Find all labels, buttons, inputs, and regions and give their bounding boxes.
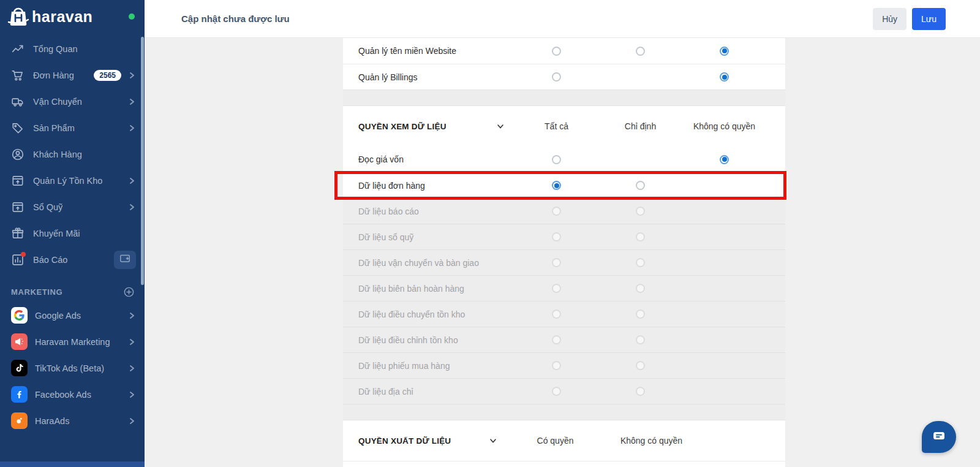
permission-cell-col0 <box>514 361 598 370</box>
sidebar-item-label: Đơn Hàng <box>33 70 94 80</box>
order-count-badge: 2565 <box>94 70 121 81</box>
radio-quan-ly-billings-col0[interactable] <box>552 72 561 82</box>
radio-du-lieu-dieu-chuyen-col1 <box>636 309 645 319</box>
permission-cell-col0 <box>514 284 598 293</box>
report-icon <box>11 253 24 267</box>
sidebar-item-quan-ly-ton-kho[interactable]: Quản Lý Tồn Kho <box>0 167 145 194</box>
sidebar-item-so-quy[interactable]: Sổ Quỹ <box>0 194 145 220</box>
tiktok-ads-icon <box>11 360 28 376</box>
chevron-right-icon <box>127 97 136 106</box>
customer-icon <box>11 148 24 161</box>
permission-cell-col0 <box>514 155 598 164</box>
radio-doc-gia-von-col0[interactable] <box>552 155 561 164</box>
google-ads-icon <box>11 307 28 324</box>
save-button[interactable]: Lưu <box>912 8 946 30</box>
cart-icon <box>11 69 24 82</box>
column-header-all: Tất cả <box>545 121 568 131</box>
column-header-specific: Chỉ định <box>625 121 656 131</box>
sidebar-item-khuyen-mai[interactable]: Khuyến Mãi <box>0 220 145 246</box>
sidebar-item-label: Tổng Quan <box>33 44 136 54</box>
permission-cell-col1 <box>598 232 682 241</box>
permission-cell-col1 <box>598 387 682 396</box>
permission-cell-col0 <box>514 232 598 241</box>
export-section-body-cut <box>343 461 785 467</box>
plus-circle-icon[interactable] <box>123 286 135 298</box>
radio-quan-ly-ten-mien-website-col2[interactable] <box>720 47 729 56</box>
radio-du-lieu-don-hang-col0[interactable] <box>552 181 561 190</box>
sidebar-item-label: Quản Lý Tồn Kho <box>33 176 127 186</box>
permission-row-du-lieu-bao-cao: Dữ liệu báo cáo <box>343 198 785 224</box>
sidebar-item-don-hang[interactable]: Đơn Hàng2565 <box>0 62 145 88</box>
sidebar-item-label: Khách Hàng <box>33 150 136 159</box>
brand-name: haravan <box>32 8 92 26</box>
column-header-no-permission: Không có quyền <box>620 436 682 446</box>
sidebar-item-khach-hang[interactable]: Khách Hàng <box>0 141 145 167</box>
permission-row-label: Dữ liệu báo cáo <box>343 207 514 216</box>
chevron-right-icon <box>127 203 136 211</box>
notification-dot <box>21 252 26 257</box>
inventory-icon <box>11 174 24 188</box>
chevron-right-icon <box>127 338 136 346</box>
radio-quan-ly-billings-col2[interactable] <box>720 72 729 82</box>
radio-quan-ly-ten-mien-website-col0[interactable] <box>552 47 561 56</box>
sidebar-item-tiktok-ads[interactable]: TikTok Ads (Beta) <box>0 355 145 381</box>
export-permission-header: QUYỀN XUẤT DỮ LIỆU Có quyền Không có quy… <box>343 420 785 461</box>
truck-icon <box>11 95 24 108</box>
chevron-right-icon <box>127 364 136 373</box>
radio-du-lieu-don-hang-col1[interactable] <box>636 181 645 190</box>
sidebar-item-facebook-ads[interactable]: Facebook Ads <box>0 381 145 408</box>
permissions-card: Quản lý tên miền WebsiteQuản lý Billings… <box>343 38 785 467</box>
permission-cell-col0 <box>514 72 598 82</box>
sidebar-item-tong-quan[interactable]: Tổng Quan <box>0 36 145 62</box>
permission-cell-col1 <box>598 335 682 344</box>
radio-du-lieu-van-chuyen-col1 <box>636 258 645 267</box>
sidebar-item-van-chuyen[interactable]: Vận Chuyển <box>0 88 145 115</box>
brand[interactable]: haravan <box>0 0 145 33</box>
online-status-dot <box>129 13 135 20</box>
cashbook-icon <box>11 200 24 214</box>
permission-row-du-lieu-so-quy: Dữ liệu sổ quỹ <box>343 224 785 249</box>
trend-icon <box>11 42 24 56</box>
permission-cell-col1 <box>598 258 682 267</box>
sidebar-menu: Tổng QuanĐơn Hàng2565Vận ChuyểnSản PhẩmK… <box>0 33 145 273</box>
chevron-down-icon[interactable] <box>489 436 497 445</box>
haravan-marketing-icon <box>11 333 28 350</box>
radio-du-lieu-bien-ban-col0 <box>552 284 561 293</box>
chevron-down-icon[interactable] <box>496 122 505 131</box>
permission-cell-col0 <box>514 387 598 396</box>
sidebar-item-label: TikTok Ads (Beta) <box>35 363 127 373</box>
sidebar-item-google-ads[interactable]: Google Ads <box>0 302 145 328</box>
permission-row-label: Quản lý Billings <box>343 72 514 82</box>
permission-cell-col1 <box>598 309 682 319</box>
topbar-actions: Hủy Lưu <box>873 8 946 30</box>
unsaved-changes-label: Cập nhật chưa được lưu <box>181 13 290 24</box>
permission-cell-col2 <box>682 47 766 56</box>
permission-row-label: Dữ liệu địa chỉ <box>343 387 514 397</box>
chat-launcher-button[interactable] <box>922 421 956 453</box>
haraads-icon <box>11 412 28 429</box>
permission-row-label: Dữ liệu điều chuyển tồn kho <box>343 309 514 319</box>
sidebar-scrollbar[interactable] <box>141 37 144 285</box>
sidebar-item-label: Google Ads <box>35 311 127 321</box>
gift-icon <box>11 227 24 240</box>
report-open-button[interactable] <box>114 251 136 269</box>
permission-row-label: Quản lý tên miền Website <box>343 46 514 56</box>
radio-doc-gia-von-col2[interactable] <box>720 155 729 164</box>
sidebar-item-label: Khuyến Mãi <box>33 229 136 238</box>
cancel-button[interactable]: Hủy <box>873 8 907 30</box>
topbar: Cập nhật chưa được lưu Hủy Lưu <box>145 0 980 38</box>
sidebar-item-label: Sổ Quỹ <box>33 202 127 212</box>
permission-cell-col2 <box>682 155 766 164</box>
radio-quan-ly-ten-mien-website-col1[interactable] <box>636 47 645 56</box>
chevron-right-icon <box>127 71 136 80</box>
permission-row-du-lieu-dia-chi: Dữ liệu địa chỉ <box>343 378 785 404</box>
permission-cell-col0 <box>514 309 598 319</box>
permission-cell-col0 <box>514 207 598 216</box>
sidebar-item-label: Báo Cáo <box>33 255 114 265</box>
radio-du-lieu-so-quy-col0 <box>552 232 561 241</box>
sidebar-item-bao-cao[interactable]: Báo Cáo <box>0 246 145 273</box>
sidebar-item-haravan-marketing[interactable]: Haravan Marketing <box>0 328 145 355</box>
facebook-ads-icon <box>11 386 28 403</box>
sidebar-item-haraads[interactable]: HaraAds <box>0 408 145 434</box>
sidebar-item-san-pham[interactable]: Sản Phẩm <box>0 115 145 141</box>
